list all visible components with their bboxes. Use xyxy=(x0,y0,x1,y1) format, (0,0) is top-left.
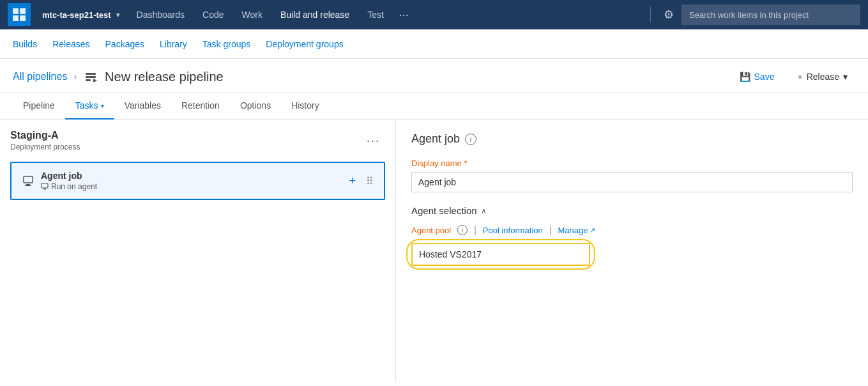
svg-rect-1 xyxy=(20,8,26,14)
breadcrumb-separator: › xyxy=(73,72,77,82)
agent-job-actions: + ⠿ xyxy=(344,172,374,190)
left-panel: Staging-A Deployment process ··· Agent j… xyxy=(0,120,396,382)
staging-subtitle: Deployment process xyxy=(10,143,80,151)
tab-retention[interactable]: Retention xyxy=(171,93,230,120)
sub-nav-packages[interactable]: Packages xyxy=(105,29,144,59)
tab-history[interactable]: History xyxy=(281,93,330,120)
agent-job-card[interactable]: Agent job Run on agent + ⠿ xyxy=(10,162,385,200)
display-name-label: Display name * xyxy=(411,158,853,168)
nav-item-work[interactable]: Work xyxy=(233,0,271,29)
save-icon: 💾 xyxy=(740,72,750,82)
display-name-field: Display name * xyxy=(411,158,853,192)
agent-icon xyxy=(22,174,34,187)
top-navbar: mtc-ta-sep21-test ▼ Dashboards Code Work… xyxy=(0,0,868,29)
add-task-button[interactable]: + xyxy=(344,172,361,190)
pipeline-header: All pipelines › New release pipeline 💾 S… xyxy=(0,59,868,93)
nav-items: Dashboards Code Work Build and release T… xyxy=(128,0,645,29)
tabs-bar: Pipeline Tasks ▾ Variables Retention Opt… xyxy=(0,93,868,120)
agent-pool-row: Agent pool i | Pool information | Manage… xyxy=(411,225,853,235)
nav-item-dashboards[interactable]: Dashboards xyxy=(128,0,194,29)
pipeline-title: New release pipeline xyxy=(105,70,224,84)
nav-item-test[interactable]: Test xyxy=(358,0,393,29)
agent-job-text: Agent job Run on agent xyxy=(41,171,97,191)
title-info-icon[interactable]: i xyxy=(465,134,476,145)
tab-pipeline[interactable]: Pipeline xyxy=(13,93,65,120)
agent-selection-label: Agent selection xyxy=(411,205,477,216)
search-input[interactable] xyxy=(681,4,860,25)
svg-rect-3 xyxy=(20,15,26,21)
hosted-input-container xyxy=(411,243,590,266)
header-actions: 💾 Save + Release ▾ xyxy=(732,68,855,86)
nav-item-code[interactable]: Code xyxy=(194,0,232,29)
staging-header: Staging-A Deployment process ··· xyxy=(0,130,395,157)
main-content: Staging-A Deployment process ··· Agent j… xyxy=(0,120,868,382)
svg-marker-7 xyxy=(93,79,97,82)
agent-pool-input[interactable] xyxy=(411,243,590,266)
sub-nav-releases[interactable]: Releases xyxy=(52,29,89,59)
agent-job-subtitle: Run on agent xyxy=(41,182,97,191)
agent-pool-info-icon[interactable]: i xyxy=(457,225,468,235)
tab-options[interactable]: Options xyxy=(230,93,281,120)
staging-name: Staging-A xyxy=(10,130,80,141)
right-panel-title: Agent job i xyxy=(411,132,853,146)
release-label: Release xyxy=(807,72,839,82)
svg-rect-10 xyxy=(25,185,31,186)
staging-info: Staging-A Deployment process xyxy=(10,130,80,151)
tab-tasks[interactable]: Tasks ▾ xyxy=(65,93,114,120)
sub-nav-library[interactable]: Library xyxy=(160,29,187,59)
svg-rect-5 xyxy=(86,76,96,78)
release-chevron-icon: ▾ xyxy=(843,72,848,82)
agent-pool-label: Agent pool xyxy=(411,226,451,235)
settings-icon[interactable]: ⚙ xyxy=(656,0,681,29)
manage-link[interactable]: Manage ↗ xyxy=(558,226,595,235)
staging-ellipsis-button[interactable]: ··· xyxy=(362,132,385,150)
agent-selection-section: Agent selection ∧ xyxy=(411,205,853,216)
collapse-icon[interactable]: ∧ xyxy=(481,206,487,215)
nav-divider xyxy=(650,7,651,22)
required-indicator: * xyxy=(464,158,467,168)
external-link-icon: ↗ xyxy=(590,226,595,235)
svg-rect-11 xyxy=(42,183,48,188)
sub-nav-deployment-groups[interactable]: Deployment groups xyxy=(266,29,343,59)
svg-rect-6 xyxy=(86,79,91,81)
save-button[interactable]: 💾 Save xyxy=(732,68,782,86)
nav-more-icon[interactable]: ··· xyxy=(393,8,415,22)
svg-rect-4 xyxy=(86,73,96,75)
svg-rect-0 xyxy=(13,8,19,14)
display-name-input[interactable] xyxy=(411,172,853,192)
tab-tasks-chevron-icon: ▾ xyxy=(101,102,104,109)
nav-item-build-and-release[interactable]: Build and release xyxy=(271,0,358,29)
manage-label: Manage xyxy=(558,226,588,235)
project-selector[interactable]: mtc-ta-sep21-test ▼ xyxy=(36,0,128,29)
tab-variables[interactable]: Variables xyxy=(114,93,171,120)
sub-nav-builds[interactable]: Builds xyxy=(13,29,37,59)
release-button[interactable]: + Release ▾ xyxy=(789,68,855,86)
plus-icon: + xyxy=(797,72,802,82)
sub-navbar: Builds Releases Packages Library Task gr… xyxy=(0,29,868,59)
tab-tasks-label: Tasks xyxy=(75,100,98,111)
sub-nav-task-groups[interactable]: Task groups xyxy=(202,29,250,59)
breadcrumb-area: All pipelines › New release pipeline xyxy=(13,69,224,84)
pipe-separator-1: | xyxy=(474,225,476,235)
svg-rect-12 xyxy=(43,189,46,190)
pipeline-icon xyxy=(83,69,98,84)
right-panel-title-text: Agent job xyxy=(411,132,460,146)
chevron-down-icon: ▼ xyxy=(115,12,121,19)
drag-handle-icon[interactable]: ⠿ xyxy=(366,175,374,187)
project-name: mtc-ta-sep21-test xyxy=(42,10,111,20)
app-logo[interactable] xyxy=(8,3,31,26)
agent-job-name: Agent job xyxy=(41,171,97,181)
svg-rect-9 xyxy=(26,184,30,185)
agent-job-left: Agent job Run on agent xyxy=(22,171,97,191)
save-label: Save xyxy=(754,72,775,82)
right-panel: Agent job i Display name * Agent selecti… xyxy=(396,120,868,382)
pipe-separator-2: | xyxy=(549,225,552,235)
svg-rect-8 xyxy=(24,176,33,183)
pool-information-link[interactable]: Pool information xyxy=(483,226,543,235)
svg-rect-2 xyxy=(13,15,19,21)
breadcrumb-all-pipelines[interactable]: All pipelines xyxy=(13,71,67,82)
